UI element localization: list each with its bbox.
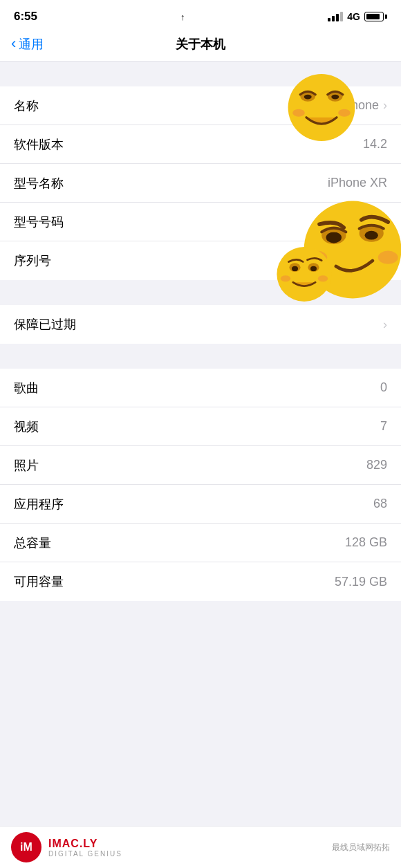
- section-gap-top: [0, 62, 401, 86]
- model-number-label: 型号号码: [14, 214, 64, 230]
- capacity-row: 总容量 128 GB: [0, 524, 401, 562]
- back-button[interactable]: ‹ 通用: [11, 36, 44, 53]
- warranty-row[interactable]: 保障已过期 ›: [0, 305, 401, 344]
- info-group: 名称 iPhone › 软件版本 14.2 型号名称 iPhone XR 型号号…: [0, 86, 401, 280]
- photos-row: 照片 829: [0, 446, 401, 485]
- nav-bar: ‹ 通用 关于本机: [0, 30, 401, 62]
- capacity-label: 总容量: [14, 535, 51, 551]
- songs-row: 歌曲 0: [0, 369, 401, 407]
- apps-row: 应用程序 68: [0, 485, 401, 524]
- svg-point-11: [365, 231, 378, 240]
- name-row[interactable]: 名称 iPhone ›: [0, 86, 401, 125]
- songs-label: 歌曲: [14, 380, 39, 396]
- serial-row: 序列号: [0, 241, 401, 280]
- name-value: iPhone ›: [340, 98, 387, 113]
- watermark-right: 最线员域网拓拓: [332, 842, 390, 853]
- software-label: 软件版本: [14, 136, 64, 153]
- software-value: 14.2: [363, 137, 387, 151]
- videos-value: 7: [380, 419, 387, 434]
- available-label: 可用容量: [14, 573, 64, 590]
- model-number-row: 型号号码: [0, 203, 401, 241]
- model-name-label: 型号名称: [14, 175, 64, 192]
- model-name-value: iPhone XR: [328, 176, 387, 190]
- watermark-logo: iM: [11, 832, 41, 862]
- watermark-brand: IMAC.LY: [48, 838, 122, 850]
- signal-icon: [328, 12, 343, 21]
- name-label: 名称: [14, 98, 39, 114]
- apps-label: 应用程序: [14, 496, 64, 513]
- available-value: 57.19 GB: [335, 575, 387, 589]
- section-gap-warranty: [0, 280, 401, 305]
- back-chevron-icon: ‹: [11, 36, 16, 51]
- photos-label: 照片: [14, 457, 39, 474]
- watermark-text: IMAC.LY DIGITAL GENIUS: [48, 838, 122, 858]
- bottom-gap: [0, 601, 401, 656]
- status-icons: 4G: [328, 11, 387, 22]
- status-bar: 6:55 ↑ 4G: [0, 0, 401, 30]
- network-label: 4G: [347, 11, 360, 22]
- videos-row: 视频 7: [0, 407, 401, 446]
- songs-value: 0: [380, 380, 387, 395]
- stats-group: 歌曲 0 视频 7 照片 829 应用程序 68 总容量 128 GB 可用容量…: [0, 369, 401, 601]
- location-arrow-icon: ↑: [180, 12, 185, 22]
- model-name-row: 型号名称 iPhone XR: [0, 164, 401, 203]
- footer-watermark: iM IMAC.LY DIGITAL GENIUS 最线员域网拓拓: [0, 826, 401, 868]
- warranty-label: 保障已过期: [14, 316, 76, 333]
- section-gap-stats: [0, 344, 401, 369]
- watermark-sub: DIGITAL GENIUS: [48, 850, 122, 858]
- back-label: 通用: [19, 36, 44, 53]
- warranty-chevron-icon: ›: [383, 317, 387, 332]
- videos-label: 视频: [14, 418, 39, 435]
- capacity-value: 128 GB: [345, 535, 387, 550]
- name-chevron-icon: ›: [383, 98, 387, 113]
- software-row: 软件版本 14.2: [0, 125, 401, 164]
- warranty-group: 保障已过期 ›: [0, 305, 401, 344]
- status-time: 6:55: [14, 10, 37, 24]
- photos-value: 829: [366, 458, 387, 472]
- serial-label: 序列号: [14, 252, 51, 269]
- available-row: 可用容量 57.19 GB: [0, 562, 401, 601]
- svg-point-10: [360, 224, 384, 242]
- apps-value: 68: [373, 497, 387, 511]
- battery-icon: [364, 12, 387, 21]
- page-title: 关于本机: [176, 36, 225, 53]
